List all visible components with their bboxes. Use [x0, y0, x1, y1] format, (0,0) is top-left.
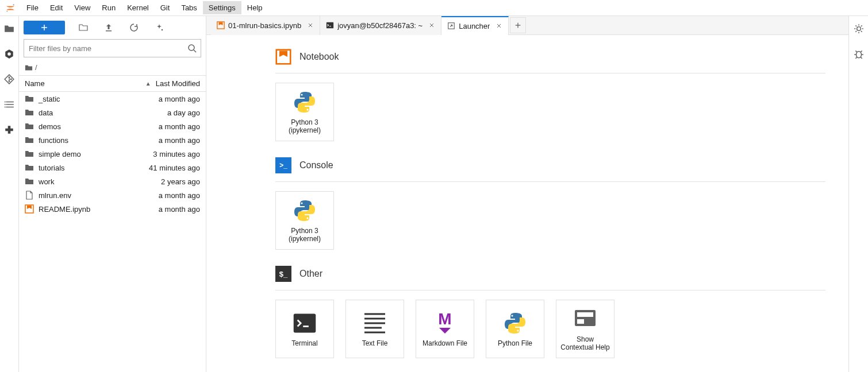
folder-icon: [25, 149, 34, 158]
file-row[interactable]: mlrun.enva month ago: [19, 188, 206, 202]
section-title: Other: [299, 269, 322, 279]
file-modified: a month ago: [159, 122, 200, 131]
launcher-card[interactable]: Terminal: [275, 300, 334, 358]
file-modified: 3 minutes ago: [153, 150, 200, 158]
file-row[interactable]: work2 years ago: [19, 175, 206, 188]
file-row[interactable]: dataa day ago: [19, 106, 206, 119]
menu-run[interactable]: Run: [96, 1, 121, 14]
file-row[interactable]: README.ipynba month ago: [19, 202, 206, 216]
card-label: Python 3(ipykernel): [289, 118, 321, 135]
breadcrumb[interactable]: /: [19, 60, 206, 75]
filter-files-input[interactable]: [24, 39, 201, 57]
close-icon[interactable]: [307, 22, 314, 29]
search-icon: [187, 44, 197, 53]
folder-icon: [25, 135, 34, 145]
column-name[interactable]: Name: [25, 79, 45, 88]
file-row[interactable]: _statica month ago: [19, 92, 206, 106]
card-label: Terminal: [291, 339, 317, 347]
notebook-icon: [25, 204, 34, 214]
card-label: Show Contextual Help: [560, 335, 610, 352]
column-modified[interactable]: Last Modified: [156, 79, 200, 88]
file-name: work: [39, 177, 54, 186]
launcher-section: >_ConsolePython 3(ipykernel): [275, 157, 825, 250]
jupyter-logo-icon: [5, 2, 16, 14]
work-area: 01-mlrun-basics.ipynbjovyan@b50cf28467a3…: [206, 16, 849, 372]
file-row[interactable]: tutorials41 minutes ago: [19, 161, 206, 175]
launcher-card[interactable]: Show Contextual Help: [556, 300, 614, 358]
file-list: _statica month agodataa day agodemosa mo…: [19, 92, 206, 372]
file-row[interactable]: simple demo3 minutes ago: [19, 147, 206, 161]
debugger-icon[interactable]: [853, 48, 865, 60]
launcher-card[interactable]: Python 3(ipykernel): [275, 191, 334, 250]
file-modified: 2 years ago: [161, 177, 200, 186]
file-name: functions: [39, 136, 68, 145]
notebook-icon: [217, 21, 225, 29]
menu-view[interactable]: View: [68, 1, 96, 14]
file-modified: a month ago: [159, 191, 200, 200]
files-tab-icon[interactable]: [3, 23, 15, 34]
menu-kernel[interactable]: Kernel: [121, 1, 155, 14]
launcher-card[interactable]: Text File: [345, 300, 404, 358]
other-section-icon: $_: [275, 266, 291, 282]
running-tab-icon[interactable]: [3, 48, 15, 60]
file-row[interactable]: functionsa month ago: [19, 133, 206, 147]
git-actions-icon[interactable]: [152, 21, 166, 34]
file-name: tutorials: [39, 164, 65, 172]
right-sidebar: [849, 16, 868, 372]
file-name: simple demo: [39, 150, 81, 158]
folder-icon: [25, 108, 34, 117]
file-modified: a month ago: [159, 95, 200, 103]
tab[interactable]: Launcher: [441, 16, 509, 35]
launcher-section: NotebookPython 3(ipykernel): [275, 49, 825, 141]
launcher-icon: [447, 22, 455, 30]
activity-bar: [0, 16, 19, 372]
add-tab-button[interactable]: [510, 17, 526, 33]
section-title: Console: [299, 160, 333, 170]
notebook-section-icon: [275, 49, 291, 65]
close-icon[interactable]: [496, 22, 502, 29]
file-modified: a day ago: [167, 108, 200, 117]
card-label: Python File: [498, 339, 532, 347]
launcher-card[interactable]: Python File: [486, 300, 544, 358]
upload-icon[interactable]: [102, 21, 116, 34]
tab-bar: 01-mlrun-basics.ipynbjovyan@b50cf28467a3…: [206, 16, 848, 35]
file-name: demos: [39, 122, 61, 131]
terminal-icon: [326, 21, 334, 29]
launcher-card[interactable]: Markdown File: [416, 300, 474, 358]
menu-file[interactable]: File: [21, 1, 44, 14]
launcher-content: NotebookPython 3(ipykernel)>_ConsolePyth…: [206, 35, 848, 372]
extensions-tab-icon[interactable]: [3, 124, 15, 135]
file-row[interactable]: demosa month ago: [19, 119, 206, 133]
file-name: README.ipynb: [39, 205, 90, 214]
file-browser-panel: / Name ▲ Last Modified _statica month ag…: [19, 16, 206, 372]
refresh-icon[interactable]: [127, 21, 141, 34]
tab[interactable]: 01-mlrun-basics.ipynb: [211, 16, 320, 35]
new-folder-icon[interactable]: [76, 21, 90, 34]
file-name: mlrun.env: [39, 191, 71, 200]
file-name: data: [39, 108, 53, 117]
textfile-icon: [362, 311, 387, 336]
help-icon: [573, 307, 598, 332]
launcher-card[interactable]: Python 3(ipykernel): [275, 83, 334, 141]
file-name: _static: [39, 95, 60, 103]
git-tab-icon[interactable]: [3, 73, 15, 85]
close-icon[interactable]: [428, 22, 435, 29]
menu-help[interactable]: Help: [241, 1, 268, 14]
file-modified: a month ago: [159, 136, 200, 145]
file-toolbar: [19, 16, 206, 37]
sort-ascending-icon: ▲: [145, 80, 151, 87]
file-icon: [25, 191, 34, 200]
menu-tabs[interactable]: Tabs: [175, 1, 202, 14]
toc-tab-icon[interactable]: [3, 99, 15, 110]
new-launcher-button[interactable]: [24, 21, 65, 34]
python-icon: [292, 198, 317, 223]
menu-settings[interactable]: Settings: [203, 1, 241, 14]
svg-rect-54: [294, 313, 316, 332]
menu-git[interactable]: Git: [155, 1, 176, 14]
property-inspector-icon[interactable]: [853, 23, 865, 34]
menu-edit[interactable]: Edit: [44, 1, 68, 14]
folder-icon: [25, 163, 34, 172]
tab[interactable]: jovyan@b50cf28467a3: ~: [320, 16, 441, 35]
markdown-icon: [432, 311, 458, 336]
python-icon: [292, 90, 317, 115]
